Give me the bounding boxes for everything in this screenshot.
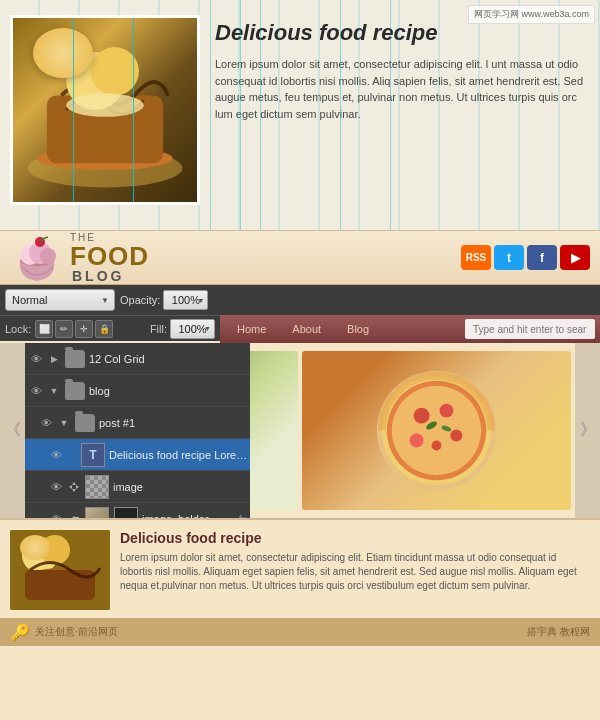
guide-line-2 bbox=[240, 0, 241, 230]
fill-label: Fill: bbox=[150, 323, 167, 335]
eye-icon-image[interactable]: 👁 bbox=[45, 471, 67, 503]
eye-icon-blog[interactable]: 👁 bbox=[25, 375, 47, 407]
watermark-top: 网页学习网 www.web3a.com bbox=[468, 5, 595, 24]
opacity-label: Opacity: bbox=[120, 294, 160, 306]
nav-about[interactable]: About bbox=[280, 319, 333, 339]
bottom-article-thumb bbox=[10, 530, 110, 610]
svg-point-32 bbox=[432, 440, 442, 450]
opacity-value[interactable]: 100% bbox=[163, 290, 208, 310]
svg-rect-45 bbox=[25, 570, 95, 600]
youtube-button[interactable]: ▶ bbox=[560, 245, 590, 270]
layer-row-holder[interactable]: 👁 image_holder fx bbox=[25, 503, 250, 518]
eye-icon-grid[interactable]: 👁 bbox=[25, 343, 47, 375]
logo-area: THE FOOD BLOG bbox=[10, 233, 149, 283]
blend-mode-select[interactable]: Normal bbox=[5, 289, 115, 311]
svg-marker-36 bbox=[72, 489, 76, 492]
eye-icon-text[interactable]: 👁 bbox=[45, 439, 67, 471]
guide-line-3 bbox=[260, 0, 261, 230]
eye-icon-holder[interactable]: 👁 bbox=[45, 503, 67, 519]
bottom-food-svg bbox=[10, 530, 110, 610]
prev-arrow[interactable]: 《 bbox=[0, 343, 25, 518]
watermark-left: 🔑 关注创意·前沿网页 bbox=[10, 623, 118, 642]
guide-line-1 bbox=[210, 0, 211, 230]
next-arrow-icon: 》 bbox=[580, 420, 596, 441]
logo-food: FOOD bbox=[70, 243, 149, 269]
layers-panel: 👁 ▶ 12 Col Grid 👁 ▼ blog 👁 ▼ post #1 👁 T… bbox=[25, 343, 250, 518]
blend-mode-row: Normal Opacity: 100% bbox=[0, 285, 600, 315]
nav-blog[interactable]: Blog bbox=[335, 319, 381, 339]
bottom-watermark-bar: 🔑 关注创意·前沿网页 搭宇典 教程网 bbox=[0, 618, 600, 646]
svg-marker-35 bbox=[72, 482, 76, 485]
link-svg bbox=[68, 513, 80, 519]
logo-svg bbox=[10, 233, 65, 283]
layer-name-image: image bbox=[113, 481, 250, 493]
next-arrow[interactable]: 》 bbox=[575, 343, 600, 518]
food-image-placeholder bbox=[13, 18, 197, 202]
lock-position-btn[interactable]: ✛ bbox=[75, 320, 93, 338]
lock-pixels-btn[interactable]: ⬜ bbox=[35, 320, 53, 338]
expand-arrow-post1: ▼ bbox=[57, 418, 71, 428]
top-content: Delicious food recipe Lorem ipsum dolor … bbox=[215, 15, 590, 122]
layer-name-post1: post #1 bbox=[99, 417, 250, 429]
layer-row-blog[interactable]: 👁 ▼ blog bbox=[25, 375, 250, 407]
search-input[interactable] bbox=[465, 319, 595, 339]
fill-value[interactable]: 100% bbox=[170, 319, 215, 339]
layer-row-text[interactable]: 👁 T Delicious food recipe Lorem ... bbox=[25, 439, 250, 471]
layer-name-grid: 12 Col Grid bbox=[89, 353, 250, 365]
logo-blog-text: BLOG bbox=[72, 269, 149, 283]
layer-row-image[interactable]: 👁 image bbox=[25, 471, 250, 503]
layer-name-text: Delicious food recipe Lorem ... bbox=[109, 449, 250, 461]
logo-text-area: THE FOOD BLOG bbox=[70, 233, 149, 283]
twitter-button[interactable]: t bbox=[494, 245, 524, 270]
image-guide-2 bbox=[133, 18, 134, 202]
content-thumb-2 bbox=[302, 351, 571, 510]
svg-point-30 bbox=[450, 430, 462, 442]
food-svg bbox=[13, 15, 197, 205]
bottom-article: Delicious food recipe Lorem ipsum dolor … bbox=[0, 518, 600, 618]
svg-point-4 bbox=[90, 47, 138, 95]
lock-icons: ⬜ ✏ ✛ 🔒 bbox=[35, 320, 113, 338]
prev-arrow-icon: 《 bbox=[5, 420, 21, 441]
recipe-body: Lorem ipsum dolor sit amet, consectetur … bbox=[215, 56, 590, 122]
eye-icon-post1[interactable]: 👁 bbox=[35, 407, 57, 439]
folder-icon-post1 bbox=[75, 414, 95, 432]
move-icon bbox=[67, 481, 81, 493]
svg-point-9 bbox=[40, 248, 56, 264]
watermark-icon-left: 🔑 bbox=[10, 623, 30, 642]
svg-marker-38 bbox=[76, 485, 79, 489]
image-layer-thumb bbox=[85, 475, 109, 499]
svg-point-29 bbox=[439, 404, 453, 418]
guide-line-4 bbox=[340, 0, 341, 230]
svg-point-31 bbox=[410, 433, 424, 447]
logo-bowl bbox=[10, 233, 65, 283]
holder-mask-thumb bbox=[114, 507, 138, 519]
expand-arrow-blog: ▼ bbox=[47, 386, 61, 396]
facebook-button[interactable]: f bbox=[527, 245, 557, 270]
layer-name-blog: blog bbox=[89, 385, 250, 397]
layer-row-post1[interactable]: 👁 ▼ post #1 bbox=[25, 407, 250, 439]
pizza-svg bbox=[302, 351, 571, 510]
nav-bar: Home About Blog bbox=[220, 315, 600, 343]
layer-row-grid[interactable]: 👁 ▶ 12 Col Grid bbox=[25, 343, 250, 375]
blog-header: THE FOOD BLOG RSS t f ▶ bbox=[0, 230, 600, 285]
bottom-content: Delicious food recipe Lorem ipsum dolor … bbox=[120, 530, 590, 608]
lock-all-btn[interactable]: 🔒 bbox=[95, 320, 113, 338]
fill-area: Fill: 100% bbox=[150, 319, 215, 339]
svg-rect-40 bbox=[75, 517, 79, 519]
top-preview: Delicious food recipe Lorem ipsum dolor … bbox=[0, 0, 600, 230]
lock-label: Lock: bbox=[5, 323, 31, 335]
layer-name-holder: image_holder bbox=[142, 513, 239, 519]
social-icons: RSS t f ▶ bbox=[461, 245, 590, 270]
image-guide-1 bbox=[73, 18, 74, 202]
layer-fx-badge: fx bbox=[239, 514, 246, 519]
nav-home[interactable]: Home bbox=[225, 319, 278, 339]
folder-icon-blog bbox=[65, 382, 85, 400]
rss-button[interactable]: RSS bbox=[461, 245, 491, 270]
holder-layer-thumb bbox=[85, 507, 109, 519]
bottom-article-text: Lorem ipsum dolor sit amet, consectetur … bbox=[120, 551, 590, 593]
watermark-text-left: 关注创意·前沿网页 bbox=[35, 625, 118, 639]
lock-image-btn[interactable]: ✏ bbox=[55, 320, 73, 338]
move-svg bbox=[68, 481, 80, 493]
svg-marker-37 bbox=[69, 485, 72, 489]
svg-point-27 bbox=[392, 386, 481, 475]
